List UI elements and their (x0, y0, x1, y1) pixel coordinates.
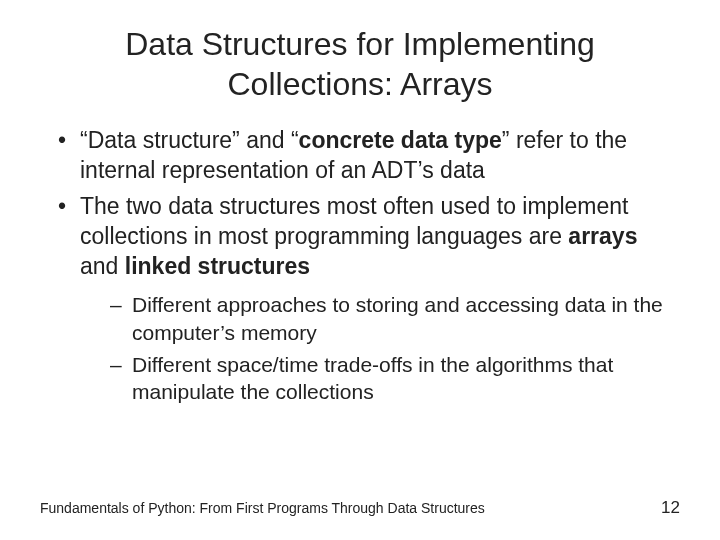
page-number: 12 (661, 498, 680, 518)
bullet-2-text-mid: and (80, 253, 125, 279)
bullet-1-bold: concrete data type (299, 127, 502, 153)
sub-bullet-2: Different space/time trade-offs in the a… (110, 351, 680, 406)
slide-footer: Fundamentals of Python: From First Progr… (40, 498, 680, 518)
bullet-2: The two data structures most often used … (58, 192, 680, 406)
sub-bullet-1: Different approaches to storing and acce… (110, 291, 680, 346)
slide: Data Structures for Implementing Collect… (0, 0, 720, 540)
footer-source: Fundamentals of Python: From First Progr… (40, 500, 485, 516)
bullet-2-text-pre: The two data structures most often used … (80, 193, 628, 249)
bullet-1-text-pre: “Data structure” and “ (80, 127, 299, 153)
bullet-2-bold-1: arrays (568, 223, 637, 249)
slide-title: Data Structures for Implementing Collect… (40, 24, 680, 104)
sub-bullet-list: Different approaches to storing and acce… (110, 291, 680, 405)
bullet-list: “Data structure” and “concrete data type… (58, 126, 680, 406)
bullet-2-bold-2: linked structures (125, 253, 310, 279)
bullet-1: “Data structure” and “concrete data type… (58, 126, 680, 186)
